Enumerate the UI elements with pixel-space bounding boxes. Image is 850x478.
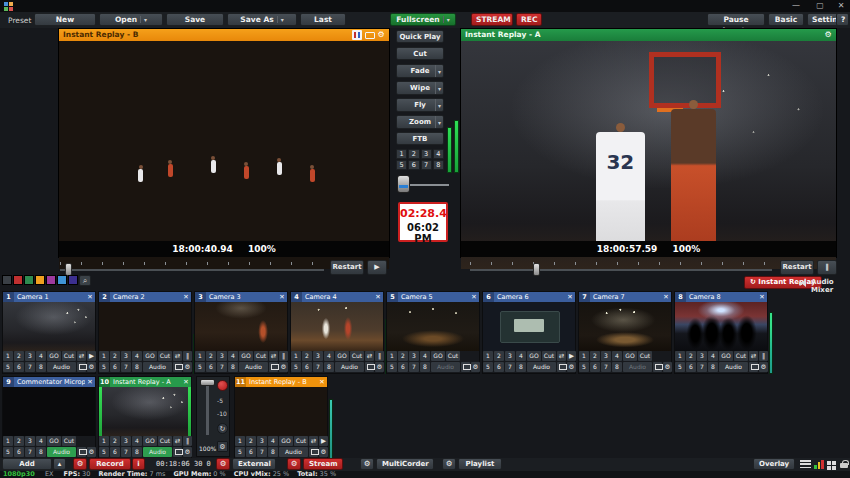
- loop-icon[interactable]: ⇄: [173, 351, 182, 361]
- gear-icon[interactable]: ⚙: [759, 362, 768, 372]
- record-button[interactable]: Record: [89, 458, 131, 470]
- ctrl-5-button[interactable]: 5: [675, 362, 685, 372]
- close-input-icon[interactable]: ✕: [373, 293, 383, 301]
- close-input-icon[interactable]: ✕: [565, 293, 575, 301]
- ctrl-2-button[interactable]: 2: [494, 351, 504, 361]
- zoom-button[interactable]: Zoom▾: [396, 115, 444, 129]
- fullscreen-button[interactable]: Fullscreen▾: [390, 13, 456, 26]
- transition-preset-8[interactable]: 8: [433, 160, 444, 170]
- transition-preset-5[interactable]: 5: [396, 160, 407, 170]
- ctrl-3-button[interactable]: 3: [25, 351, 35, 361]
- ctrl-1-button[interactable]: 1: [291, 351, 301, 361]
- master-fader-handle[interactable]: [200, 379, 215, 386]
- add-input-dropdown[interactable]: ▴: [53, 458, 66, 470]
- play-icon[interactable]: ▶: [567, 351, 576, 361]
- input-header[interactable]: 1Camera 1✕: [3, 292, 95, 302]
- ctrl-cut-button[interactable]: Cut: [734, 351, 748, 361]
- save-as-button[interactable]: Save As▾: [227, 13, 297, 26]
- ctrl-5-button[interactable]: 5: [483, 362, 493, 372]
- input-preview-thumbnail[interactable]: [387, 302, 479, 353]
- loop-icon[interactable]: ⇄: [557, 351, 566, 361]
- close-input-icon[interactable]: ✕: [277, 293, 287, 301]
- transition-preset-3[interactable]: 3: [421, 149, 432, 159]
- fullscreen-monitor-icon[interactable]: [309, 447, 318, 457]
- open-button[interactable]: Open▾: [99, 13, 163, 26]
- ctrl-1-button[interactable]: 1: [387, 351, 397, 361]
- close-input-icon[interactable]: ✕: [317, 378, 327, 386]
- ctrl-cut-button[interactable]: Cut: [254, 351, 268, 361]
- ctrl-cut-button[interactable]: Cut: [638, 351, 652, 361]
- loop-icon[interactable]: ⇄: [749, 351, 758, 361]
- ctrl-go-button[interactable]: GO: [279, 436, 293, 446]
- ctrl-4-button[interactable]: 4: [36, 351, 46, 361]
- gear-icon[interactable]: ⚙: [183, 362, 192, 372]
- preview-restart-button[interactable]: Restart: [330, 260, 364, 275]
- last-button[interactable]: Last: [300, 13, 346, 26]
- ctrl-cut-button[interactable]: Cut: [62, 351, 76, 361]
- category-swatch-0[interactable]: [2, 275, 12, 285]
- category-swatch-5[interactable]: [57, 275, 67, 285]
- ctrl-8-button[interactable]: 8: [132, 447, 142, 457]
- fullscreen-monitor-icon[interactable]: [365, 362, 374, 372]
- preview-scrub-track[interactable]: [60, 269, 324, 271]
- gear-icon[interactable]: ⚙: [375, 362, 384, 372]
- input-preview-thumbnail[interactable]: [195, 302, 287, 353]
- ctrl-8-button[interactable]: 8: [36, 447, 46, 457]
- pause-icon[interactable]: ‖: [183, 351, 192, 361]
- multicorder-button[interactable]: MultiCorder: [376, 458, 434, 470]
- program-scrub-handle[interactable]: [533, 263, 540, 276]
- fullscreen-monitor-icon[interactable]: [461, 362, 470, 372]
- ctrl-go-button[interactable]: GO: [623, 351, 637, 361]
- input-tile-5[interactable]: 5Camera 5✕1234GOCut5678Audio⚙: [386, 291, 480, 374]
- transition-preset-1[interactable]: 1: [396, 149, 407, 159]
- ctrl-5-button[interactable]: 5: [3, 447, 13, 457]
- audio-toggle-button[interactable]: Audio: [623, 362, 652, 372]
- input-header[interactable]: 11Instant Replay - B✕: [235, 377, 327, 387]
- ctrl-6-button[interactable]: 6: [398, 362, 408, 372]
- fullscreen-monitor-icon[interactable]: [269, 362, 278, 372]
- input-preview-thumbnail[interactable]: [99, 387, 191, 438]
- save-button[interactable]: Save: [166, 13, 224, 26]
- audio-toggle-button[interactable]: Audio: [527, 362, 556, 372]
- input-preview-thumbnail[interactable]: [675, 302, 767, 353]
- ctrl-7-button[interactable]: 7: [409, 362, 419, 372]
- ctrl-1-button[interactable]: 1: [675, 351, 685, 361]
- ctrl-8-button[interactable]: 8: [268, 447, 278, 457]
- input-tile-2[interactable]: 2Camera 2✕1234GOCut⇄‖5678Audio⚙: [98, 291, 192, 374]
- ctrl-cut-button[interactable]: Cut: [542, 351, 556, 361]
- ctrl-go-button[interactable]: GO: [47, 436, 61, 446]
- fullscreen-monitor-icon[interactable]: [77, 362, 86, 372]
- ctrl-5-button[interactable]: 5: [99, 447, 109, 457]
- ctrl-7-button[interactable]: 7: [313, 362, 323, 372]
- playlist-button[interactable]: Playlist: [458, 458, 502, 470]
- input-tile-4[interactable]: 4Camera 4✕1234GOCut⇄‖5678Audio⚙: [290, 291, 384, 374]
- transition-preset-6[interactable]: 6: [408, 160, 419, 170]
- ctrl-1-button[interactable]: 1: [99, 351, 109, 361]
- audio-toggle-button[interactable]: Audio: [143, 362, 172, 372]
- dropdown-icon[interactable]: ▾: [140, 16, 147, 23]
- ctrl-go-button[interactable]: GO: [47, 351, 61, 361]
- input-preview-thumbnail[interactable]: [483, 302, 575, 353]
- ctrl-2-button[interactable]: 2: [246, 436, 256, 446]
- ctrl-4-button[interactable]: 4: [420, 351, 430, 361]
- ctrl-cut-button[interactable]: Cut: [350, 351, 364, 361]
- ctrl-cut-button[interactable]: Cut: [62, 436, 76, 446]
- ctrl-5-button[interactable]: 5: [3, 362, 13, 372]
- input-preview-thumbnail[interactable]: [3, 387, 95, 438]
- loop-icon[interactable]: ⇄: [269, 351, 278, 361]
- input-preview-thumbnail[interactable]: [291, 302, 383, 353]
- ctrl-2-button[interactable]: 2: [302, 351, 312, 361]
- program-window-header[interactable]: Instant Replay - A ⚙: [461, 29, 836, 41]
- ctrl-1-button[interactable]: 1: [579, 351, 589, 361]
- master-fader-track[interactable]: [206, 383, 209, 435]
- play-icon[interactable]: ▶: [87, 351, 96, 361]
- transition-preset-2[interactable]: 2: [408, 149, 419, 159]
- close-input-icon[interactable]: ✕: [181, 378, 191, 386]
- gear-icon[interactable]: ⚙: [567, 362, 576, 372]
- ctrl-6-button[interactable]: 6: [14, 447, 24, 457]
- ctrl-4-button[interactable]: 4: [228, 351, 238, 361]
- gear-icon[interactable]: ⚙: [279, 362, 288, 372]
- ctrl-2-button[interactable]: 2: [686, 351, 696, 361]
- ctrl-4-button[interactable]: 4: [708, 351, 718, 361]
- quick-play-button[interactable]: Quick Play: [396, 30, 444, 43]
